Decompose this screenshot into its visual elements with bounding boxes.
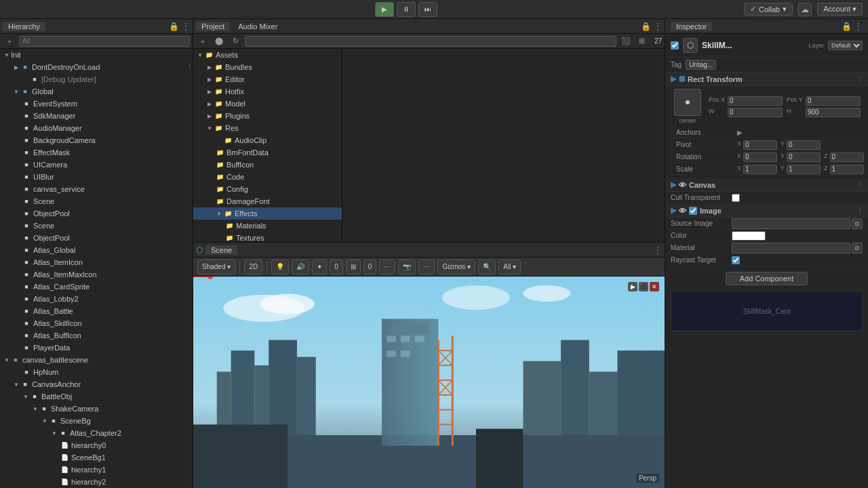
hierarchy-more-icon[interactable]: ⋮ bbox=[182, 22, 190, 31]
tree-item-objectpool1[interactable]: ■ ObjectPool bbox=[0, 207, 193, 220]
pivot-y-input[interactable] bbox=[787, 140, 821, 150]
image-active-toggle[interactable] bbox=[689, 207, 697, 215]
inspector-tab[interactable]: Inspector bbox=[671, 22, 712, 31]
tree-item-hierarchy0[interactable]: 📄 hierarchy0 bbox=[0, 439, 193, 451]
folder-res[interactable]: ▼ 📁 Res bbox=[193, 122, 342, 134]
pos-y-input[interactable] bbox=[806, 96, 861, 106]
shading-mode-dropdown[interactable]: Shaded ▾ bbox=[197, 260, 235, 274]
project-grid-button[interactable]: ⊞ bbox=[635, 35, 649, 47]
tree-item-atlas-chapter2[interactable]: ▼ ■ Atlas_Chapter2 bbox=[0, 427, 193, 439]
scene-btn10[interactable]: ⋯ bbox=[418, 260, 435, 274]
tree-item-hpnum[interactable]: ■ HpNum bbox=[0, 366, 193, 378]
tree-item-atlas-battle[interactable]: ■ Atlas_Battle bbox=[0, 305, 193, 317]
scene-btn7[interactable]: 0 bbox=[363, 260, 377, 274]
project-search-type-button[interactable]: ⬛ bbox=[619, 35, 633, 47]
project-search-input[interactable] bbox=[245, 36, 616, 47]
tree-item-playerdata[interactable]: ■ PlayerData bbox=[0, 342, 193, 354]
tree-item-canvas-service[interactable]: ■ canvas_service bbox=[0, 183, 193, 195]
scene-search-all[interactable]: All ▾ bbox=[498, 260, 521, 274]
tree-item-scenebg1[interactable]: 📄 SceneBg1 bbox=[0, 451, 193, 464]
scene-search-button[interactable]: 🔍 bbox=[478, 260, 496, 274]
pivot-x-input[interactable] bbox=[743, 140, 777, 150]
source-image-field[interactable] bbox=[732, 218, 850, 229]
scene-camera-button[interactable]: 📷 bbox=[398, 260, 416, 274]
folder-assets[interactable]: ▼ 📁 Assets bbox=[193, 49, 342, 61]
account-button[interactable]: Account ▾ bbox=[817, 3, 863, 16]
canvas-visibility-icon[interactable]: 👁 bbox=[679, 181, 686, 189]
scene-play-icon[interactable]: ▶ bbox=[628, 282, 637, 291]
inspector-lock-icon[interactable]: 🔒 bbox=[842, 22, 852, 31]
tree-item-global[interactable]: ▼ ■ Global bbox=[0, 85, 193, 98]
tree-item-canvas-battlescene[interactable]: ▼ ■ canvas_battlescene bbox=[0, 354, 193, 366]
step-button[interactable]: ⏭ bbox=[418, 2, 437, 17]
tree-item-audiomanager[interactable]: ■ AudioManager bbox=[0, 122, 193, 134]
scene-tab[interactable]: Scene bbox=[205, 245, 237, 255]
project-refresh-button[interactable]: ↻ bbox=[229, 35, 242, 47]
tree-item-debug[interactable]: ▶ ■ [Debug Updater] bbox=[0, 73, 193, 85]
tree-item-bgcamera[interactable]: ■ BackgroudCamera bbox=[0, 134, 193, 146]
project-lock-icon[interactable]: 🔒 bbox=[641, 22, 651, 31]
folder-config[interactable]: 📁 Config bbox=[193, 183, 342, 195]
folder-editor[interactable]: ▶ 📁 Editor bbox=[193, 73, 342, 85]
height-input[interactable] bbox=[806, 108, 861, 117]
tree-item-sdkmanager[interactable]: ■ SdkManager bbox=[0, 110, 193, 122]
tree-item-uiblur[interactable]: ■ UIBlur bbox=[0, 171, 193, 183]
material-select-button[interactable]: ⊙ bbox=[852, 243, 863, 253]
rect-transform-section-header[interactable]: ▶ ⊞ Rect Transform ⋮ bbox=[665, 73, 868, 86]
fx-button[interactable]: ✦ bbox=[312, 260, 327, 274]
tree-item-atlas-lobby2[interactable]: ■ Atlas_Lobby2 bbox=[0, 293, 193, 305]
folder-bmfontdata[interactable]: 📁 BmFontData bbox=[193, 146, 342, 159]
play-button[interactable]: ▶ bbox=[375, 2, 394, 17]
tree-item-scene2[interactable]: ■ Scene bbox=[0, 220, 193, 232]
folder-materials[interactable]: 📁 Materials bbox=[193, 220, 342, 232]
folder-plugins[interactable]: ▶ 📁 Plugins bbox=[193, 110, 342, 122]
section-menu[interactable]: ⋮ bbox=[856, 76, 863, 83]
tree-item-eventsystem[interactable]: ■ EventSystem bbox=[0, 98, 193, 110]
cull-transparent-toggle[interactable] bbox=[732, 194, 740, 202]
project-add-button[interactable]: + bbox=[196, 35, 210, 47]
project-filter-button[interactable]: ⬤ bbox=[212, 35, 226, 47]
tree-item-scenebg[interactable]: ▼ ■ SceneBg bbox=[0, 415, 193, 427]
scale-z-input[interactable] bbox=[830, 165, 864, 174]
2d-mode-button[interactable]: 2D bbox=[244, 260, 262, 274]
folder-hotfix[interactable]: ▶ 📁 Hotfix bbox=[193, 85, 342, 98]
scene-close-icon[interactable]: ✕ bbox=[650, 282, 659, 291]
collab-button[interactable]: ✓ Collab ▾ bbox=[744, 3, 793, 16]
tree-item-canvasanchor[interactable]: ▼ ■ CanvasAnchor bbox=[0, 378, 193, 390]
scene-btn5[interactable]: 0 bbox=[330, 260, 343, 274]
hierarchy-tab[interactable]: Hierarchy bbox=[3, 22, 45, 31]
folder-code[interactable]: 📁 Code bbox=[193, 171, 342, 183]
anchor-preset[interactable]: center bbox=[671, 89, 705, 124]
grid-button[interactable]: ⊞ bbox=[346, 260, 361, 274]
folder-damagefont[interactable]: 📁 DamageFont bbox=[193, 195, 342, 207]
scene-btn8[interactable]: ⋯ bbox=[379, 260, 395, 274]
folder-effects[interactable]: ▼ 📁 Effects bbox=[193, 207, 342, 220]
material-field[interactable] bbox=[732, 243, 850, 253]
folder-bundles[interactable]: ▶ 📁 Bundles bbox=[193, 61, 342, 73]
tag-value[interactable]: Untag... bbox=[686, 60, 716, 70]
folder-audioclip[interactable]: ▶ 📁 AudioClip bbox=[193, 134, 342, 146]
tree-item-hierarchy1[interactable]: 📄 hierarchy1 bbox=[0, 464, 193, 476]
folder-bufficon[interactable]: 📁 BuffIcon bbox=[193, 159, 342, 171]
tree-item-atlas-itemicon[interactable]: ■ Atlas_ItemIcon bbox=[0, 256, 193, 268]
canvas-section-menu[interactable]: ⋮ bbox=[856, 182, 863, 188]
tree-item-shakecamera[interactable]: ▼ ■ ShakeCamera bbox=[0, 403, 193, 415]
pause-button[interactable]: ⏸ bbox=[397, 2, 416, 17]
gizmos-dropdown[interactable]: Gizmos ▾ bbox=[437, 260, 475, 274]
tree-item-scene1[interactable]: ■ Scene bbox=[0, 195, 193, 207]
audio-button[interactable]: 🔊 bbox=[292, 260, 309, 274]
lighting-button[interactable]: 💡 bbox=[271, 260, 289, 274]
more-icon[interactable]: ⋮ bbox=[186, 64, 193, 70]
add-component-button[interactable]: Add Component bbox=[726, 272, 808, 285]
tree-item-atlas-global[interactable]: ■ Atlas_Global bbox=[0, 244, 193, 256]
scene-view[interactable]: ▶ ⬛ ✕ Persp bbox=[193, 277, 665, 488]
tree-item-battleobj[interactable]: ▼ ■ BattleObj bbox=[0, 390, 193, 403]
inspector-more-icon[interactable]: ⋮ bbox=[854, 22, 863, 31]
audio-mixer-tab[interactable]: Audio Mixer bbox=[233, 22, 283, 31]
scale-y-input[interactable] bbox=[787, 165, 821, 174]
go-active-toggle[interactable] bbox=[671, 41, 679, 49]
folder-model[interactable]: ▶ 📁 Model bbox=[193, 98, 342, 110]
hierarchy-lock-icon[interactable]: 🔒 bbox=[169, 22, 179, 31]
tree-item-atlas-skillicon[interactable]: ■ Atlas_SkillIcon bbox=[0, 317, 193, 329]
color-swatch[interactable] bbox=[732, 231, 766, 241]
